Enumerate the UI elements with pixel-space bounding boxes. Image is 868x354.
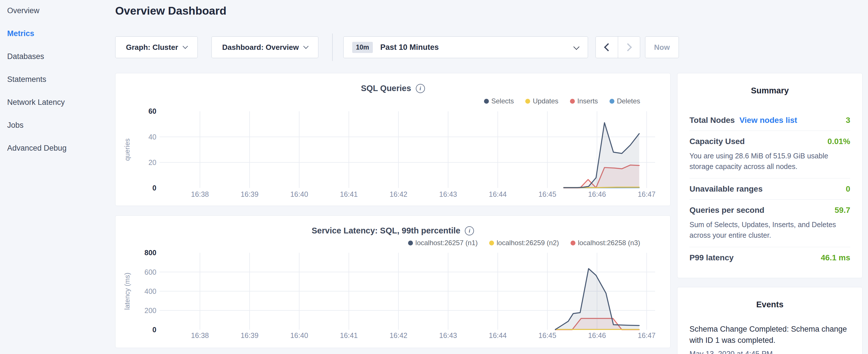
summary-row-value: 3	[846, 116, 850, 125]
svg-text:16:44: 16:44	[489, 331, 507, 340]
svg-text:800: 800	[145, 249, 156, 257]
legend-label: localhost:26258 (n3)	[578, 239, 640, 247]
summary-row: Unavailable ranges0	[689, 178, 850, 199]
legend-item-inserts[interactable]: Inserts	[570, 97, 598, 105]
svg-text:600: 600	[145, 268, 156, 276]
now-button-label: Now	[654, 43, 670, 52]
chart-legend: localhost:26257 (n1)localhost:26259 (n2)…	[408, 239, 640, 247]
legend-item-localhost-26257-n1-[interactable]: localhost:26257 (n1)	[408, 239, 478, 247]
series-line-localhost-26258-n3-	[555, 319, 639, 330]
summary-row-subtext: Sum of Selects, Updates, Inserts, and De…	[689, 219, 850, 240]
now-button[interactable]: Now	[645, 36, 679, 58]
summary-row-label: Queries per second	[689, 206, 764, 215]
svg-text:16:43: 16:43	[439, 190, 457, 198]
svg-text:16:42: 16:42	[390, 331, 407, 340]
chevron-left-icon	[604, 43, 612, 51]
chevron-right-icon	[624, 43, 632, 51]
legend-label: localhost:26257 (n1)	[415, 239, 478, 247]
legend-item-localhost-26258-n3-[interactable]: localhost:26258 (n3)	[570, 239, 640, 247]
legend-label: Inserts	[578, 97, 598, 105]
prev-time-button[interactable]	[596, 37, 618, 58]
legend-dot-icon	[489, 240, 494, 246]
service-latency-chart: 020040060080016:3816:3916:4016:4116:4216…	[116, 216, 670, 348]
svg-text:16:38: 16:38	[191, 190, 209, 198]
chevron-down-icon	[574, 43, 580, 50]
legend-item-deletes[interactable]: Deletes	[610, 97, 640, 105]
time-range-picker[interactable]: 10m Past 10 Minutes	[343, 36, 588, 58]
series-line-localhost-26257-n1-	[555, 269, 639, 330]
series-area-selects	[564, 123, 639, 188]
summary-rows: Total NodesView nodes list3Capacity Used…	[689, 110, 850, 268]
svg-text:16:39: 16:39	[241, 331, 258, 340]
legend-dot-icon	[408, 240, 413, 246]
legend-label: Deletes	[617, 97, 640, 105]
dashboard-dropdown-label: Dashboard: Overview	[222, 43, 299, 52]
svg-text:0: 0	[152, 326, 156, 334]
series-area-localhost-26257-n1-	[555, 269, 639, 330]
chevron-down-icon	[303, 43, 308, 49]
svg-text:16:47: 16:47	[638, 331, 655, 340]
page-title: Overview Dashboard	[115, 5, 226, 17]
sidebar-item-overview[interactable]: Overview	[7, 5, 112, 16]
sidebar-item-metrics[interactable]: Metrics	[7, 28, 112, 39]
sidebar-item-network-latency[interactable]: Network Latency	[7, 97, 112, 107]
sidebar-item-jobs[interactable]: Jobs	[7, 120, 112, 130]
summary-row: Total NodesView nodes list3	[689, 110, 850, 131]
series-line-updates	[564, 187, 639, 188]
svg-text:16:46: 16:46	[588, 190, 606, 198]
app-root: OverviewMetricsDatabasesStatementsNetwor…	[0, 0, 868, 354]
legend-label: Selects	[492, 97, 514, 105]
summary-row-value: 46.1 ms	[821, 253, 850, 262]
svg-text:16:47: 16:47	[638, 190, 655, 198]
info-icon[interactable]: i	[465, 226, 474, 235]
events-title: Events	[689, 300, 850, 309]
events-panel: Events Schema Change Completed: Schema c…	[677, 287, 863, 354]
legend-dot-icon	[610, 99, 614, 104]
event-text: Schema Change Completed: Schema change w…	[689, 324, 850, 346]
svg-text:16:43: 16:43	[439, 331, 457, 340]
svg-text:16:45: 16:45	[538, 190, 556, 198]
svg-text:16:44: 16:44	[489, 190, 507, 198]
summary-link-view-nodes-list[interactable]: View nodes list	[739, 116, 797, 125]
legend-item-selects[interactable]: Selects	[484, 97, 514, 105]
chart-legend: SelectsUpdatesInsertsDeletes	[484, 97, 641, 105]
summary-row: Queries per second59.7Sum of Selects, Up…	[689, 199, 850, 247]
svg-text:20: 20	[149, 158, 156, 166]
graph-dropdown[interactable]: Graph: Cluster	[115, 36, 198, 58]
dashboard-dropdown[interactable]: Dashboard: Overview	[212, 36, 318, 58]
sidebar-item-databases[interactable]: Databases	[7, 51, 112, 62]
series-area-localhost-26258-n3-	[555, 319, 639, 330]
summary-row-value: 0	[846, 185, 850, 194]
legend-dot-icon	[570, 240, 576, 246]
svg-text:16:38: 16:38	[191, 331, 209, 340]
summary-row-label: Unavailable ranges	[689, 185, 763, 194]
chart-title: SQL Queries	[361, 84, 411, 93]
sidebar-item-advanced-debug[interactable]: Advanced Debug	[7, 143, 112, 153]
summary-row-label: Capacity Used	[689, 137, 745, 146]
sql-queries-chart: 020406016:3816:3916:4016:4116:4216:4316:…	[116, 73, 670, 206]
svg-text:0: 0	[152, 184, 156, 192]
svg-text:200: 200	[145, 307, 156, 315]
svg-text:16:40: 16:40	[290, 190, 308, 198]
legend-item-localhost-26259-n2-[interactable]: localhost:26259 (n2)	[489, 239, 559, 247]
time-range-badge: 10m	[352, 42, 373, 53]
legend-item-updates[interactable]: Updates	[525, 97, 558, 105]
info-icon[interactable]: i	[416, 84, 425, 93]
service-latency-card: Service Latency: SQL, 99th percentile i …	[115, 215, 671, 348]
controls-divider	[332, 33, 333, 61]
svg-text:16:39: 16:39	[241, 190, 258, 198]
svg-text:16:45: 16:45	[538, 331, 556, 340]
event-timestamp: May 13, 2020 at 4:45 PM	[689, 349, 850, 354]
series-area-inserts	[564, 165, 639, 188]
svg-text:16:42: 16:42	[390, 190, 407, 198]
sidebar-item-statements[interactable]: Statements	[7, 74, 112, 85]
summary-row-label: Total Nodes	[689, 116, 735, 125]
chart-title-row: SQL Queries i	[116, 84, 670, 93]
svg-text:queries: queries	[123, 138, 131, 161]
chart-title-row: Service Latency: SQL, 99th percentile i	[116, 226, 670, 235]
svg-text:latency (ms): latency (ms)	[123, 273, 131, 310]
legend-dot-icon	[484, 99, 489, 104]
next-time-button[interactable]	[618, 37, 640, 58]
chevron-down-icon	[183, 43, 188, 49]
time-pager	[595, 36, 640, 58]
